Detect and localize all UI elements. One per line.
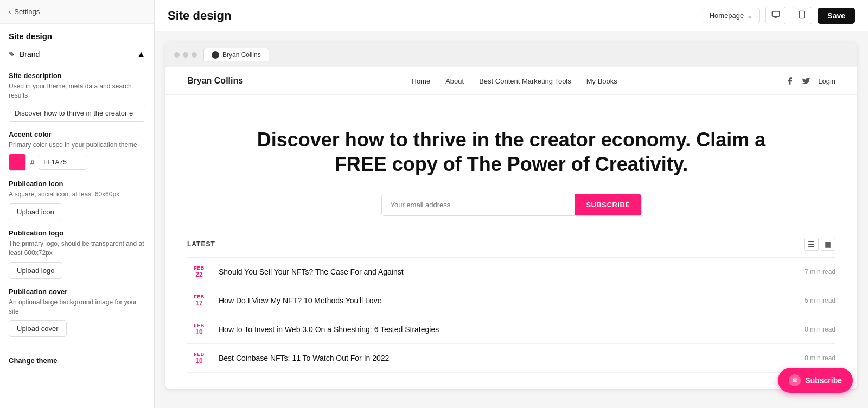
article-title-3: How to To Invest in Web 3.0 On a Shoestr… [219,325,797,334]
top-bar: Site design Homepage ⌄ Save [155,0,868,31]
publication-logo-desc: The primary logo, should be transparent … [9,239,145,258]
twitter-icon [802,76,810,85]
homepage-select-label: Homepage [710,11,744,20]
upload-logo-button[interactable]: Upload logo [9,262,62,279]
article-row: FEB 22 Should You Sell Your NFTs? The Ca… [187,258,835,286]
upload-icon-button[interactable]: Upload icon [9,203,62,220]
article-month-4: FEB [194,352,205,357]
article-date-4: FEB 10 [187,352,211,365]
brand-icon: ✎ [9,50,15,59]
article-date-1: FEB 22 [187,265,211,278]
preview-area: Bryan Collins Bryan Collins Home About B… [155,31,868,408]
article-day-4: 10 [195,357,202,365]
article-read-4: 8 min read [805,354,835,362]
article-title-4: Best Coinbase NFTs: 11 To Watch Out For … [219,354,797,362]
article-row-2: FEB 17 How Do I View My NFT? 10 Methods … [187,286,835,315]
browser-bar: Bryan Collins [165,42,857,67]
save-button[interactable]: Save [818,8,855,24]
tab-favicon [212,51,219,59]
desktop-view-button[interactable] [765,7,786,24]
homepage-chevron-icon: ⌄ [747,11,753,20]
subscribe-float-icon: ✉ [789,374,801,386]
article-month-1: FEB [194,265,205,271]
article-date-3: FEB 10 [187,323,211,336]
nav-link-home[interactable]: Home [412,77,431,85]
brand-divider [9,65,145,65]
latest-header: LATEST ☰ ▦ [187,238,835,258]
accent-color-desc: Primary color used in your publication t… [9,141,145,150]
nav-link-content[interactable]: Best Content Marketing Tools [479,77,571,85]
brand-section: ✎ Brand ▲ Site description Used in your … [0,44,154,350]
publication-icon-group: Publication icon A square, social icon, … [9,180,145,220]
accent-color-swatch[interactable] [9,154,26,171]
grid-view-button[interactable]: ▦ [821,238,835,251]
publication-icon-desc: A square, social icon, at least 60x60px [9,190,145,199]
article-day-1: 22 [195,271,202,278]
left-panel: ‹ Settings Site design ✎ Brand ▲ Site de… [0,0,155,408]
subscribe-button[interactable]: SUBSCRIBE [575,194,641,215]
article-date-2: FEB 17 [187,294,211,307]
chevron-up-icon: ▲ [137,49,145,59]
svg-rect-3 [800,11,805,18]
browser-dots [174,52,197,58]
site-description-group: Site description Used in your theme, met… [9,72,145,122]
site-description-desc: Used in your theme, meta data and search… [9,82,145,100]
publication-logo-label: Publication logo [9,229,145,237]
upload-cover-button[interactable]: Upload cover [9,320,67,337]
back-arrow-icon: ‹ [9,8,11,16]
svg-rect-0 [773,11,780,16]
hero-title: Discover how to thrive in the creator ec… [231,127,792,176]
nav-link-books[interactable]: My Books [586,77,617,85]
mobile-view-button[interactable] [792,7,812,24]
latest-label: LATEST [187,240,215,248]
browser-window: Bryan Collins Bryan Collins Home About B… [165,42,857,389]
article-read-2: 5 min read [805,297,835,304]
nav-links: Home About Best Content Marketing Tools … [412,77,617,85]
article-title-2: How Do I View My NFT? 10 Methods You'll … [219,296,797,305]
top-bar-right: Homepage ⌄ Save [703,7,855,24]
login-link[interactable]: Login [818,77,835,85]
site-brand-name: Bryan Collins [187,76,243,86]
nav-right: Login [786,76,835,85]
browser-dot-1 [174,52,180,58]
hash-symbol: # [30,158,34,167]
back-link[interactable]: ‹ Settings [0,0,154,24]
subscribe-float-button[interactable]: ✉ Subscribe [778,368,853,393]
accent-color-group: Accent color Primary color used in your … [9,130,145,171]
facebook-icon [786,76,794,85]
main-area: Site design Homepage ⌄ Save [155,0,868,408]
page-title: Site design [168,9,231,23]
article-day-3: 10 [195,328,202,336]
latest-section: LATEST ☰ ▦ FEB 22 Should You Sell Your N… [165,238,857,389]
browser-tab: Bryan Collins [203,48,269,61]
publication-icon-label: Publication icon [9,180,145,188]
nav-link-about[interactable]: About [445,77,464,85]
article-read-3: 8 min read [805,326,835,333]
browser-dot-3 [192,52,197,58]
brand-header[interactable]: ✎ Brand ▲ [9,44,145,65]
publication-cover-desc: An optional large background image for y… [9,298,145,316]
site-description-label: Site description [9,72,145,80]
site-hero: Discover how to thrive in the creator ec… [165,95,857,238]
list-view-button[interactable]: ☰ [804,238,819,251]
article-read-1: 7 min read [805,268,835,276]
view-toggles: ☰ ▦ [804,238,835,251]
publication-cover-group: Publication cover An optional large back… [9,288,145,337]
browser-dot-2 [183,52,188,58]
email-input[interactable] [382,194,576,215]
accent-color-input[interactable] [39,155,87,170]
homepage-select[interactable]: Homepage ⌄ [703,8,761,23]
subscribe-float-label: Subscribe [805,376,842,385]
article-row-3: FEB 10 How to To Invest in Web 3.0 On a … [187,315,835,344]
article-row-4: FEB 10 Best Coinbase NFTs: 11 To Watch O… [187,344,835,373]
site-description-input[interactable] [9,105,145,122]
panel-title: Site design [0,24,154,44]
change-theme-label: Change theme [0,350,154,365]
accent-color-row: # [9,154,145,171]
browser-tab-label: Bryan Collins [222,51,261,59]
email-subscribe-row: SUBSCRIBE [381,194,642,216]
article-day-2: 17 [195,299,202,307]
site-nav: Bryan Collins Home About Best Content Ma… [165,67,857,95]
article-title-1: Should You Sell Your NFTs? The Case For … [219,267,797,276]
publication-logo-group: Publication logo The primary logo, shoul… [9,229,145,279]
